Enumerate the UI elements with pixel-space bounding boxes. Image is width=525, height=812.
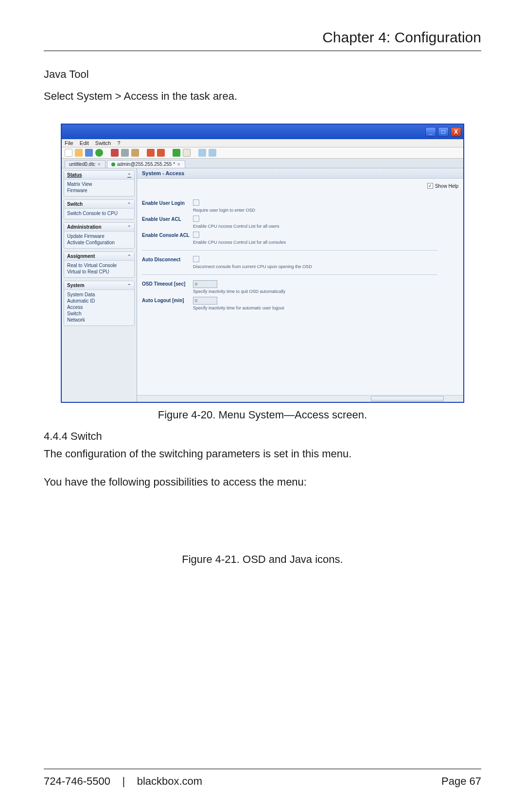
sidebar-item-matrixview[interactable]: Matrix View xyxy=(67,181,131,187)
sidebar-item-systemdata[interactable]: System Data xyxy=(67,291,131,298)
brush1-icon[interactable] xyxy=(147,149,155,157)
instruction-text: Select System > Access in the task area. xyxy=(44,88,481,104)
sidebar-item-access[interactable]: Access xyxy=(67,304,131,310)
label-osd-timeout: OSD Timeout [sec] xyxy=(142,280,193,287)
checkbox-enable-user-login[interactable] xyxy=(193,199,199,206)
footer-sep: | xyxy=(122,775,125,787)
collapse-icon[interactable]: ⌃ xyxy=(127,202,131,207)
brush2-icon[interactable] xyxy=(157,149,165,157)
label-auto-disconnect: Auto Disconnect xyxy=(142,256,193,262)
java-tool-heading: Java Tool xyxy=(44,68,481,81)
footer-site: blackbox.com xyxy=(137,775,203,787)
menu-file[interactable]: File xyxy=(65,140,73,146)
sidebar-item-firmware[interactable]: Firmware xyxy=(67,187,131,194)
sidebar-item-virtualreal[interactable]: Virtual to Real CPU xyxy=(67,269,131,275)
label-auto-logout: Auto Logout [min] xyxy=(142,297,193,303)
help-enable-user-login: Require user login to enter OSD xyxy=(193,208,255,213)
save-icon[interactable] xyxy=(85,149,93,157)
toolbar xyxy=(62,147,463,159)
label-enable-user-login: Enable User Login xyxy=(142,199,193,206)
subsection-p1: The configuration of the switching param… xyxy=(44,446,481,462)
help-auto-disconnect: Disconnect console from current CPU upon… xyxy=(193,264,312,269)
minimize-button[interactable]: _ xyxy=(425,127,436,137)
workspace: Status⌃ Matrix View Firmware Switch⌃ Swi… xyxy=(62,168,463,402)
help-enable-user-acl: Enable CPU Access Control List for all u… xyxy=(193,224,280,229)
doc1-icon[interactable] xyxy=(198,149,206,157)
panel-head-admin[interactable]: Administration⌃ xyxy=(64,223,134,232)
page-number: Page 67 xyxy=(441,775,481,788)
screenshot-figure: _ □ X File Edit Switch ? untitled0.dtc ✕ xyxy=(61,124,464,403)
panel-head-assign[interactable]: Assignment⌃ xyxy=(64,252,134,261)
tab-untitled[interactable]: untitled0.dtc ✕ xyxy=(65,160,105,168)
input-osd-timeout[interactable] xyxy=(193,280,217,288)
panel-system: System⌃ System Data Automatic ID Access … xyxy=(64,281,135,326)
checkbox-enable-console-acl[interactable] xyxy=(193,232,199,238)
doc2-icon[interactable] xyxy=(209,149,216,157)
sidebar-item-switch[interactable]: Switch xyxy=(67,310,131,317)
input-auto-logout[interactable] xyxy=(193,297,217,305)
sidebar: Status⌃ Matrix View Firmware Switch⌃ Swi… xyxy=(62,168,137,402)
collapse-icon[interactable]: ⌃ xyxy=(127,254,131,259)
content-title: System - Access xyxy=(137,168,463,179)
menu-help[interactable]: ? xyxy=(117,140,120,146)
menu-edit[interactable]: Edit xyxy=(80,140,89,146)
collapse-icon[interactable]: ⌃ xyxy=(127,283,131,288)
sidebar-item-updatefw[interactable]: Update Firmware xyxy=(67,233,131,239)
help-enable-console-acl: Enable CPU Access Control List for all c… xyxy=(193,240,286,245)
sidebar-item-autoid[interactable]: Automatic ID xyxy=(67,298,131,304)
page-icon[interactable] xyxy=(183,149,191,157)
subsection-p2: You have the following possibilities to … xyxy=(44,474,481,490)
collapse-icon[interactable]: ⌃ xyxy=(127,225,131,230)
panel-head-status[interactable]: Status⌃ xyxy=(64,171,134,180)
collapse-icon[interactable]: ⌃ xyxy=(127,173,131,178)
figure-4-21-caption: Figure 4-21. OSD and Java icons. xyxy=(44,553,481,566)
sidebar-item-realvirtual[interactable]: Real to Virtual Console xyxy=(67,262,131,269)
subsection-4-4-4: 4.4.4 Switch xyxy=(44,430,481,443)
checkbox-icon[interactable]: ✓ xyxy=(427,183,433,189)
sidebar-item-network[interactable]: Network xyxy=(67,317,131,323)
show-help-label: Show Help xyxy=(435,183,458,189)
panel-status: Status⌃ Matrix View Firmware xyxy=(64,170,135,197)
show-help-toggle[interactable]: ✓ Show Help xyxy=(427,183,458,189)
horizontal-scrollbar[interactable] xyxy=(137,395,463,402)
page-footer: 724-746-5500 | blackbox.com Page 67 xyxy=(44,769,481,788)
tabs-row: untitled0.dtc ✕ admin@255.255.255.255 * … xyxy=(62,159,463,168)
cut-icon[interactable] xyxy=(111,149,119,157)
label-enable-console-acl: Enable Console ACL xyxy=(142,232,193,238)
window-titlebar: _ □ X xyxy=(62,125,463,139)
arrow-down-icon[interactable] xyxy=(173,149,180,157)
refresh-icon[interactable] xyxy=(95,149,103,157)
tab-label: untitled0.dtc xyxy=(69,162,95,167)
tab-label: admin@255.255.255.255 * xyxy=(117,162,175,167)
menu-switch[interactable]: Switch xyxy=(95,140,111,146)
separator xyxy=(142,250,438,251)
connection-icon xyxy=(111,162,115,166)
copy-icon[interactable] xyxy=(121,149,129,157)
sidebar-item-activatecfg[interactable]: Activate Configuration xyxy=(67,239,131,246)
panel-head-switch[interactable]: Switch⌃ xyxy=(64,200,134,209)
close-icon[interactable]: ✕ xyxy=(97,162,101,167)
paste-icon[interactable] xyxy=(131,149,139,157)
help-auto-logout: Specify inactivity time for automatic us… xyxy=(193,306,284,310)
new-file-icon[interactable] xyxy=(65,149,72,157)
panel-assign: Assignment⌃ Real to Virtual Console Virt… xyxy=(64,252,135,278)
panel-admin: Administration⌃ Update Firmware Activate… xyxy=(64,222,135,249)
panel-switch: Switch⌃ Switch Console to CPU xyxy=(64,199,135,219)
separator xyxy=(142,274,438,275)
figure-4-20-caption: Figure 4-20. Menu System—Access screen. xyxy=(44,409,481,421)
footer-phone: 724-746-5500 xyxy=(44,775,110,787)
checkbox-enable-user-acl[interactable] xyxy=(193,216,199,222)
close-icon[interactable]: ✕ xyxy=(177,162,181,167)
open-icon[interactable] xyxy=(75,149,83,157)
maximize-button[interactable]: □ xyxy=(438,127,449,137)
help-osd-timeout: Specify inactivity time to quit OSD auto… xyxy=(193,289,285,294)
tab-admin[interactable]: admin@255.255.255.255 * ✕ xyxy=(107,160,185,168)
panel-head-system[interactable]: System⌃ xyxy=(64,281,134,290)
checkbox-auto-disconnect[interactable] xyxy=(193,256,199,262)
close-button[interactable]: X xyxy=(451,127,461,137)
chapter-title: Chapter 4: Configuration xyxy=(44,29,481,51)
form-area: Enable User Login Require user login to … xyxy=(137,179,463,312)
scrollbar-thumb[interactable] xyxy=(371,396,444,401)
sidebar-item-switchconsole[interactable]: Switch Console to CPU xyxy=(67,210,131,217)
menubar: File Edit Switch ? xyxy=(62,139,463,147)
